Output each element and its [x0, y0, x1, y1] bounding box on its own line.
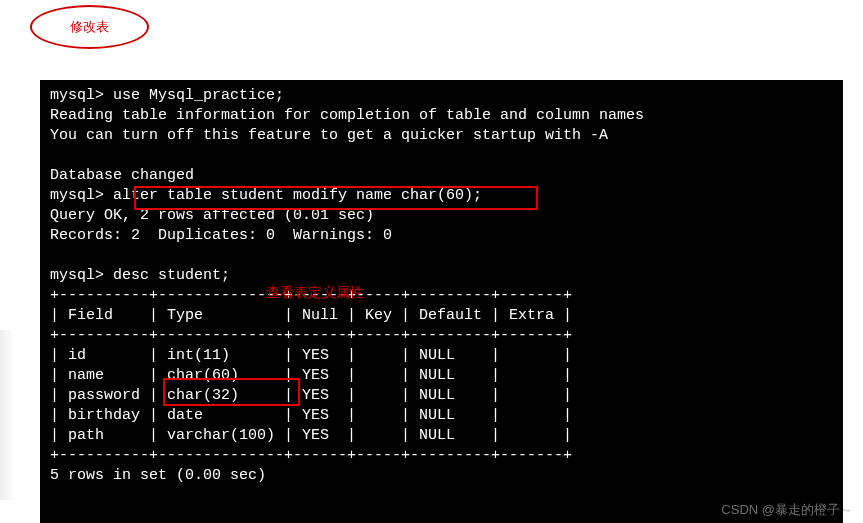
scroll-shadow — [0, 330, 15, 500]
annotation-inline-note: 查看表定义属性 — [266, 284, 364, 302]
terminal-window[interactable]: mysql> use Mysql_practice; Reading table… — [40, 80, 843, 523]
annotation-ellipse: 修改表 — [30, 5, 149, 49]
annotation-ellipse-label: 修改表 — [70, 18, 109, 36]
watermark-text: CSDN @暴走的橙子～ — [721, 501, 853, 519]
